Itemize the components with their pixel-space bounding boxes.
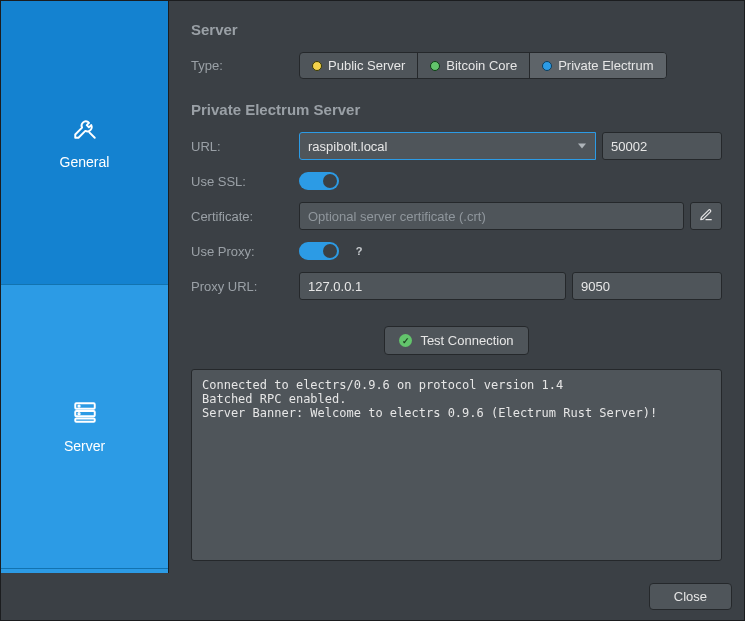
edit-icon [699,208,713,225]
certificate-input[interactable] [299,202,684,230]
type-option-label: Bitcoin Core [446,58,517,73]
row-use-proxy: Use Proxy: ? [191,242,722,260]
proxy-host-input[interactable] [299,272,566,300]
section-heading-server: Server [191,21,722,38]
test-connection-button[interactable]: ✓ Test Connection [384,326,528,355]
use-proxy-toggle[interactable] [299,242,339,260]
sidebar-item-server[interactable]: Server [1,285,168,569]
certificate-browse-button[interactable] [690,202,722,230]
url-host-dropdown-wrap [299,132,596,160]
use-ssl-toggle[interactable] [299,172,339,190]
svg-point-3 [78,405,79,406]
url-port-input[interactable] [602,132,722,160]
dot-icon-yellow [312,61,322,71]
proxy-port-input[interactable] [572,272,722,300]
type-option-label: Private Electrum [558,58,653,73]
use-ssl-label: Use SSL: [191,174,299,189]
use-proxy-label: Use Proxy: [191,244,299,259]
window-body: General Server Server Type: [1,1,744,573]
tools-icon [72,115,98,144]
content-panel: Server Type: Public Server Bitcoin Core … [169,1,744,573]
svg-point-4 [78,413,79,414]
sidebar-item-label: General [60,154,110,170]
type-option-bitcoin-core[interactable]: Bitcoin Core [418,53,530,78]
type-option-label: Public Server [328,58,405,73]
row-certificate: Certificate: [191,202,722,230]
settings-window: General Server Server Type: [0,0,745,621]
type-label: Type: [191,58,299,73]
close-button-label: Close [674,589,707,604]
row-url: URL: [191,132,722,160]
url-host-input[interactable] [299,132,596,160]
sidebar: General Server [1,1,169,573]
check-circle-icon: ✓ [399,334,412,347]
row-test-connection: ✓ Test Connection [191,326,722,355]
type-segmented: Public Server Bitcoin Core Private Elect… [299,52,667,79]
toggle-knob [323,244,337,258]
proxy-url-label: Proxy URL: [191,279,299,294]
help-icon[interactable]: ? [351,243,367,259]
connection-log[interactable]: Connected to electrs/0.9.6 on protocol v… [191,369,722,561]
server-icon [72,399,98,428]
row-proxy-url: Proxy URL: [191,272,722,300]
url-label: URL: [191,139,299,154]
sidebar-item-label: Server [64,438,105,454]
row-type: Type: Public Server Bitcoin Core Private… [191,52,722,79]
certificate-label: Certificate: [191,209,299,224]
type-option-private-electrum[interactable]: Private Electrum [530,53,665,78]
section-heading-private-electrum: Private Electrum Server [191,101,722,118]
svg-rect-2 [75,419,95,422]
sidebar-item-general[interactable]: General [1,1,168,285]
dot-icon-green [430,61,440,71]
dot-icon-blue [542,61,552,71]
type-option-public-server[interactable]: Public Server [300,53,418,78]
row-use-ssl: Use SSL: [191,172,722,190]
toggle-knob [323,174,337,188]
test-connection-label: Test Connection [420,333,513,348]
footer: Close [1,573,744,620]
close-button[interactable]: Close [649,583,732,610]
